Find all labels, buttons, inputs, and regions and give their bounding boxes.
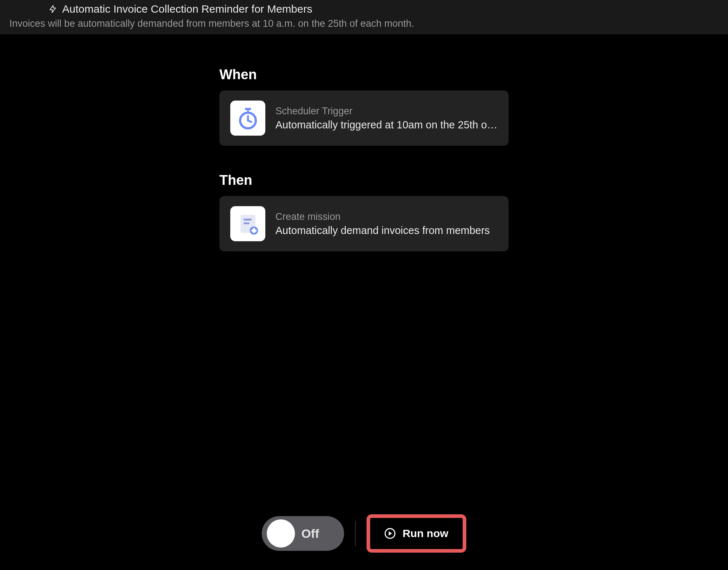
svg-rect-10 <box>251 229 256 231</box>
svg-rect-0 <box>245 108 251 110</box>
content-area: When Scheduler Trigger Automatically tri… <box>0 34 728 278</box>
svg-line-4 <box>248 120 251 122</box>
header-title-row: Automatic Invoice Collection Reminder fo… <box>48 3 719 15</box>
automation-toggle[interactable]: Off <box>262 516 344 551</box>
action-card-description: Automatically demand invoices from membe… <box>275 225 498 237</box>
svg-rect-7 <box>243 222 249 224</box>
stopwatch-icon <box>230 101 265 136</box>
trigger-card-label: Scheduler Trigger <box>275 106 498 117</box>
toggle-label: Off <box>301 527 319 541</box>
bolt-icon <box>48 5 57 13</box>
document-plus-icon <box>230 206 265 241</box>
trigger-card[interactable]: Scheduler Trigger Automatically triggere… <box>219 90 509 146</box>
action-card[interactable]: Create mission Automatically demand invo… <box>219 196 509 251</box>
vertical-divider <box>355 521 356 546</box>
header-bar: Automatic Invoice Collection Reminder fo… <box>0 0 728 34</box>
run-now-label: Run now <box>403 527 449 540</box>
trigger-card-description: Automatically triggered at 10am on the 2… <box>275 119 498 131</box>
section-label-then: Then <box>219 173 509 188</box>
svg-rect-6 <box>243 218 252 220</box>
section-label-when: When <box>219 67 509 82</box>
footer-controls: Off Run now <box>0 514 728 553</box>
toggle-knob <box>267 519 295 548</box>
action-card-label: Create mission <box>275 211 498 222</box>
play-circle-icon <box>385 528 395 539</box>
run-now-button[interactable]: Run now <box>385 527 449 540</box>
page-title: Automatic Invoice Collection Reminder fo… <box>62 3 312 15</box>
page-subtitle: Invoices will be automatically demanded … <box>9 18 719 29</box>
run-now-highlight: Run now <box>367 514 467 553</box>
